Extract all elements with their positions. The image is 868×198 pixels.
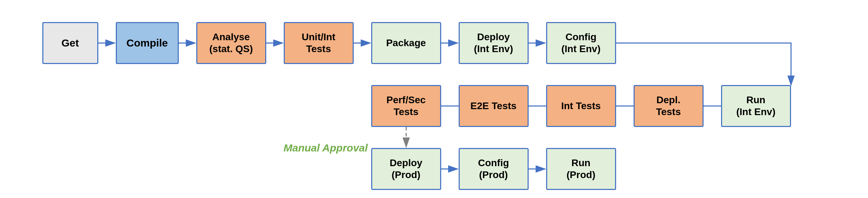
manual-approval-label: Manual Approval: [284, 141, 368, 155]
perf-sec-label: Perf/SecTests: [386, 94, 425, 118]
int-tests-node: Int Tests: [546, 85, 616, 127]
deploy-int-node: Deploy(Int Env): [459, 22, 529, 64]
analyse-label: Analyse(stat. QS): [209, 31, 253, 55]
deploy-prod-node: Deploy(Prod): [371, 148, 441, 190]
deploy-prod-label: Deploy(Prod): [390, 157, 422, 181]
run-int-node: Run(Int Env): [721, 85, 791, 127]
e2e-tests-label: E2E Tests: [471, 100, 517, 112]
run-prod-node: Run(Prod): [546, 148, 616, 190]
depl-tests-label: Depl.Tests: [656, 94, 681, 118]
deploy-int-label: Deploy(Int Env): [474, 31, 513, 55]
compile-node: Compile: [116, 22, 179, 64]
depl-tests-node: Depl.Tests: [634, 85, 704, 127]
package-label: Package: [386, 37, 426, 49]
e2e-tests-node: E2E Tests: [459, 85, 529, 127]
config-prod-node: Config(Prod): [459, 148, 529, 190]
int-tests-label: Int Tests: [561, 100, 601, 112]
package-node: Package: [371, 22, 441, 64]
run-int-label: Run(Int Env): [736, 94, 776, 118]
config-prod-label: Config(Prod): [478, 157, 509, 181]
get-label: Get: [61, 37, 79, 49]
unit-int-node: Unit/IntTests: [284, 22, 354, 64]
get-node: Get: [42, 22, 98, 64]
compile-label: Compile: [126, 37, 168, 49]
analyse-node: Analyse(stat. QS): [196, 22, 266, 64]
pipeline-diagram: Get Compile Analyse(stat. QS) Unit/IntTe…: [32, 8, 837, 190]
unit-int-label: Unit/IntTests: [302, 31, 335, 55]
config-int-label: Config(Int Env): [562, 31, 601, 55]
config-int-node: Config(Int Env): [546, 22, 616, 64]
run-prod-label: Run(Prod): [566, 157, 595, 181]
perf-sec-node: Perf/SecTests: [371, 85, 441, 127]
